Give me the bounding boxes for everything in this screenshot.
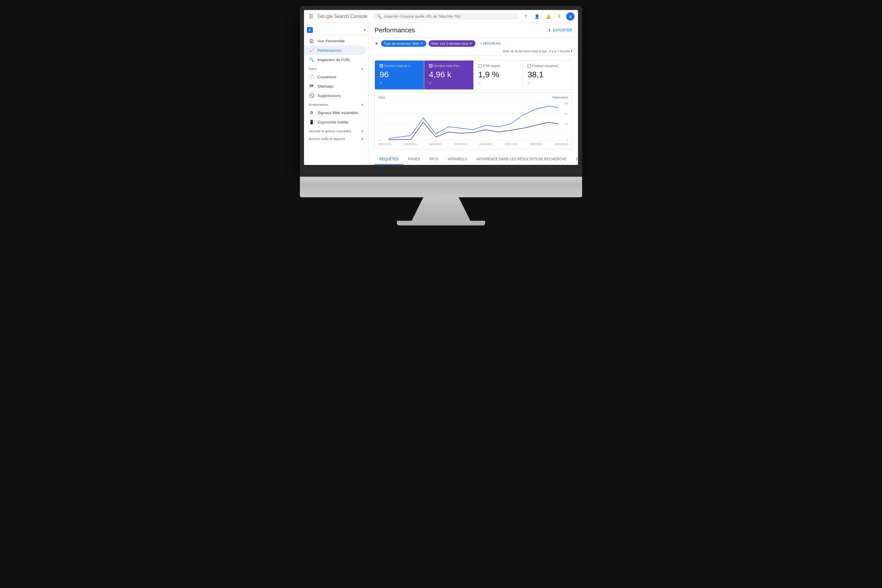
sidebar-item-vue-ensemble[interactable]: 🏠 Vue d'ensemble [304,36,366,46]
mobile-icon: 📱 [309,120,314,124]
sidebar-item-label-inspection: Inspection de l'URL [318,58,351,62]
chart-labels: Clics Impressions [378,96,568,99]
metric-card-clics[interactable]: Nombre total de c... 96 ? [375,61,424,89]
imac-stand [412,197,470,221]
x-label-5: 24/02/2021 [479,142,492,146]
update-help-icon[interactable]: ℹ [571,49,572,53]
svg-text:150: 150 [564,123,568,126]
sidebar-item-label-performances: Performances [318,48,341,52]
x-label-2: 12/02/2021 [404,142,417,146]
update-info: Date de la dernière mise à jour : il y a… [503,49,572,53]
tab-dates[interactable]: DATES [571,154,578,165]
metric-label-clics: Nombre total de c... [380,64,419,68]
content-header: Performances ⬇ EXPORTER [369,23,578,38]
search-bar[interactable]: 🔍 [373,13,519,20]
property-dropdown-arrow[interactable]: ▾ [364,28,366,32]
metric-card-impressions[interactable]: Nombre total d'im... 4,96 k ? [424,61,474,89]
x-label-7: 04/03/2021 [530,142,543,146]
index-section[interactable]: Index ∧ [304,64,368,72]
svg-text:0: 0 [567,138,568,141]
account-search-button[interactable]: 👤 [533,12,541,21]
property-selector[interactable]: C ▾ [304,25,368,35]
sidebar-item-suppressions[interactable]: 🚫 Suppressions [304,91,366,100]
sidebar-item-signaux-web[interactable]: ⚙ Signaux Web essentiels [304,108,366,117]
metric-help-position[interactable]: ? [527,81,567,86]
metric-label-position: Position moyenne [527,64,567,68]
filter-icon: ▼ [375,41,379,46]
metric-checkbox-ctr [478,64,482,68]
metric-help-ctr[interactable]: ? [478,81,518,86]
imac-base [397,221,485,225]
metric-help-impressions[interactable]: ? [429,81,469,86]
sidebar-item-couverture[interactable]: 📄 Couverture [304,72,366,81]
sidebar-item-label-sitemaps: Sitemaps [318,84,333,88]
content-area: Performances ⬇ EXPORTER ▼ Type de recher… [369,23,578,165]
outer-wrapper: ☰ Google Search Console 🔍 ? 👤 🔔 ⠿ a [300,6,582,225]
app-logo: Google Search Console [318,14,368,19]
sidebar-item-label-suppressions: Suppressions [318,93,341,98]
chart-svg: 450 300 150 0 0 [378,100,568,141]
tab-requetes[interactable]: REQUÊTES [375,154,404,165]
sitemap-icon: 🗺 [309,84,314,88]
chart-x-labels: 08/02/2021 12/02/2021 16/02/2021 20/02/2… [378,142,568,146]
top-bar-actions: ? 👤 🔔 ⠿ a [522,12,574,21]
user-avatar[interactable]: a [566,12,574,21]
page-title: Performances [375,27,415,34]
hamburger-icon[interactable]: ☰ [308,12,315,21]
sidebar-item-label-ergonomie: Ergonomie mobile [318,120,348,124]
date-edit-icon: ✏ [470,42,472,46]
coverage-icon: 📄 [309,74,314,79]
ameliorations-section[interactable]: Améliorations ∧ [304,100,368,108]
chart-area: Clics Impressions [375,92,572,149]
chart-left-label: Clics [378,96,385,99]
metric-value-impressions: 4,96 k [429,70,469,80]
tab-appareils[interactable]: APPAREILS [443,154,472,165]
metric-value-position: 38,1 [527,70,567,80]
metric-checkbox-impressions [429,64,432,68]
metric-value-clics: 96 [380,70,419,80]
apps-grid-button[interactable]: ⠿ [555,12,563,21]
vitals-icon: ⚙ [309,110,314,115]
x-label-1: 08/02/2021 [378,142,392,146]
tab-apparence[interactable]: APPARENCE DANS LES RÉSULTATS DE RECHERCH… [472,154,572,165]
metric-help-clics[interactable]: ? [380,81,419,86]
sidebar-item-sitemaps[interactable]: 🗺 Sitemaps [304,81,366,91]
search-type-filter[interactable]: Type de recherche: Web ✏ [381,40,426,47]
help-button[interactable]: ? [522,12,530,21]
sidebar-item-inspection-url[interactable]: 🔍 Inspection de l'URL [304,55,366,64]
tab-pays[interactable]: PAYS [424,154,443,165]
anciens-section[interactable]: Anciens outils et rapports ∨ [304,134,368,142]
filters-bar: ▼ Type de recherche: Web ✏ Date: Les 3 d… [369,38,578,56]
sidebar-item-performances[interactable]: 📈 Performances [304,46,366,55]
top-bar: ☰ Google Search Console 🔍 ? 👤 🔔 ⠿ a [304,10,578,23]
svg-text:300: 300 [564,112,568,115]
search-icon: 🔍 [377,14,382,18]
metric-card-ctr[interactable]: CTR moyen 1,9 % ? [474,61,523,89]
securite-section-arrow: ∨ [361,129,364,133]
x-label-8: 08/03/2021 [555,142,568,146]
tab-pages[interactable]: PAGES [404,154,424,165]
inspect-icon: 🔍 [309,57,314,62]
impressions-line [388,106,558,138]
new-filter-button[interactable]: + NOUVEAU [478,40,503,47]
home-icon: 🏠 [309,39,314,43]
chart-icon: 📈 [309,48,314,52]
notification-button[interactable]: 🔔 [544,12,552,21]
main-layout: C ▾ 🏠 Vue d'ensemble 📈 Performances [304,23,578,165]
metric-value-ctr: 1,9 % [478,70,518,80]
metric-checkbox-position [527,64,531,68]
x-label-4: 20/02/2021 [454,142,468,146]
search-type-edit-icon: ✏ [420,42,423,46]
securite-section[interactable]: Sécurité et actions manuelles ∨ [304,127,368,134]
removal-icon: 🚫 [309,93,314,98]
imac-screen-bezel: ☰ Google Search Console 🔍 ? 👤 🔔 ⠿ a [300,6,582,177]
search-input[interactable] [384,14,514,18]
index-section-arrow: ∧ [361,67,364,71]
export-icon: ⬇ [548,28,551,32]
date-filter[interactable]: Date: Les 3 derniers mois ✏ [429,40,476,47]
metric-card-position[interactable]: Position moyenne 38,1 ? [523,61,572,89]
sidebar-item-ergonomie[interactable]: 📱 Ergonomie mobile [304,117,366,127]
export-button[interactable]: ⬇ EXPORTER [548,28,572,32]
svg-text:0: 0 [379,138,380,141]
metric-label-ctr: CTR moyen [478,64,518,68]
